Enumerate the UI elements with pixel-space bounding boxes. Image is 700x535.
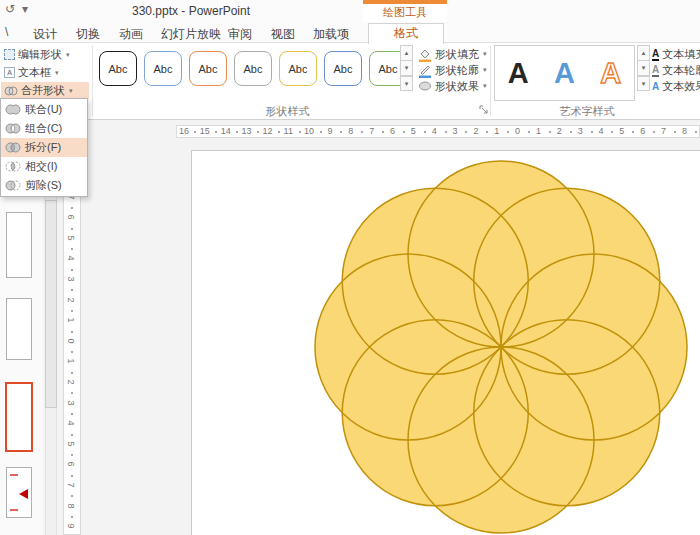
ruler-tick	[445, 131, 447, 133]
slide-thumbnail-1[interactable]	[6, 212, 32, 278]
wordart-sample-orange_outline[interactable]: A	[600, 59, 621, 88]
tab-6[interactable]: 加载项	[313, 26, 349, 43]
shape-scroll-down-icon[interactable]: ▾	[400, 60, 413, 76]
ruler-number: 2	[66, 297, 76, 302]
ruler-tick	[71, 248, 73, 250]
ruler-number: 8	[348, 126, 353, 136]
red-text-mark	[10, 474, 18, 476]
ruler-number: 3	[66, 400, 76, 405]
ruler-tick	[71, 351, 73, 353]
ruler-number: 1	[536, 126, 541, 136]
shape-style-swatch-1[interactable]: Abc	[144, 51, 182, 86]
tab-2[interactable]: 动画	[119, 26, 143, 43]
chevron-down-icon: ▾	[69, 87, 73, 95]
shape-style-swatch-3[interactable]: Abc	[234, 51, 272, 86]
ruler-tick	[340, 131, 342, 133]
ruler-number: 5	[619, 126, 624, 136]
shape-gallery-scrollbar: ▴▾▾	[400, 46, 413, 91]
ruler-tick	[320, 131, 322, 133]
ruler-tick	[236, 131, 238, 133]
wordart-gallery-scrollbar: ▴▾▾	[637, 46, 650, 91]
partial-tab-glyph: \	[5, 25, 8, 39]
menu-item-union[interactable]: 联合(U)	[1, 100, 87, 119]
button-edit-shape[interactable]: 编辑形状▾	[1, 46, 89, 63]
button-shape-fill[interactable]: 形状填充▾	[418, 46, 496, 62]
shape-fill-icon	[418, 47, 432, 62]
thumbnail-panel-scrollbar-thumb[interactable]	[45, 200, 57, 408]
menu-item-combine[interactable]: 组合(C)	[1, 119, 87, 138]
label: 形状效果	[435, 79, 479, 94]
ruler-tick	[299, 131, 301, 133]
tab-format[interactable]: 格式	[368, 23, 444, 44]
ruler-tick	[71, 372, 73, 374]
ruler-tick	[71, 413, 73, 415]
ruler-number: 15	[200, 126, 210, 136]
shape-scroll-up-icon[interactable]: ▴	[400, 45, 413, 61]
shape-style-swatch-2[interactable]: Abc	[189, 51, 227, 86]
ruler-tick	[674, 131, 676, 133]
ruler-tick	[257, 131, 259, 133]
chevron-down-icon: ▾	[66, 51, 70, 59]
flower-shape-group[interactable]	[192, 151, 700, 535]
wordart-sample-blue[interactable]: A	[554, 59, 575, 88]
title-bar: ↺▾ 330.pptx - PowerPoint 绘图工具	[0, 0, 700, 22]
ruler-tick	[278, 131, 280, 133]
wordart-sample-black[interactable]: A	[508, 59, 529, 88]
ruler-tick	[528, 131, 530, 133]
ruler-tick	[465, 131, 467, 133]
button-text-box[interactable]: A文本框▾	[1, 64, 89, 81]
tab-0[interactable]: 设计	[33, 26, 57, 43]
ruler-tick	[382, 131, 384, 133]
tab-3[interactable]: 幻灯片放映	[161, 26, 221, 43]
shape-gallery-more-icon[interactable]: ▾	[400, 75, 413, 91]
menu-item-subtract[interactable]: 剪除(S)	[1, 176, 87, 195]
shape-effects-icon	[418, 80, 432, 92]
ruler-tick	[71, 454, 73, 456]
ruler-number: 6	[390, 126, 395, 136]
ruler-number: 5	[66, 235, 76, 240]
text-outline-icon: A	[652, 65, 659, 77]
menu-item-fragment[interactable]: 拆分(F)	[1, 138, 87, 157]
slide-thumbnail-4[interactable]	[6, 467, 32, 518]
group-label-shape-styles: 形状样式	[95, 104, 480, 119]
ruler-number: 6	[66, 215, 76, 220]
button-text-effects[interactable]: A文本效果	[652, 79, 700, 94]
ribbon: 编辑形状▾A文本框▾合并形状▾ AbcAbcAbcAbcAbcAbcAbc ▴▾…	[0, 42, 700, 120]
ruler-tick	[361, 131, 363, 133]
ruler-tick	[71, 331, 73, 333]
button-shape-effects[interactable]: 形状效果▾	[418, 78, 496, 94]
wordart-gallery: AAA	[494, 45, 635, 101]
tab-4[interactable]: 审阅	[228, 26, 252, 43]
ruler-tick	[632, 131, 634, 133]
label: 形状轮廓	[435, 63, 479, 78]
menu-item-label: 组合(C)	[25, 121, 62, 136]
button-shape-outline[interactable]: 形状轮廓▾	[418, 62, 496, 78]
button-merge-shapes[interactable]: 合并形状▾	[1, 82, 89, 99]
contextual-tab-group: 绘图工具	[363, 0, 447, 22]
chevron-down-icon: ▾	[483, 82, 487, 90]
tab-5[interactable]: 视图	[271, 26, 295, 43]
tab-1[interactable]: 切换	[76, 26, 100, 43]
wordart-scroll-down-icon[interactable]: ▾	[637, 60, 650, 76]
slide-canvas[interactable]	[191, 150, 700, 535]
ruler-tick	[403, 131, 405, 133]
slide-thumbnail-3-selected[interactable]	[5, 382, 33, 452]
button-text-fill[interactable]: A文本填充	[652, 47, 700, 62]
slide-thumbnail-2[interactable]	[6, 298, 32, 360]
wordart-scroll-up-icon[interactable]: ▴	[637, 45, 650, 61]
label: 文本填充	[662, 47, 700, 62]
window-title: 330.pptx - PowerPoint	[0, 4, 382, 18]
button-text-outline[interactable]: A文本轮廓	[652, 63, 700, 78]
shape-style-swatch-0[interactable]: Abc	[99, 51, 137, 86]
label: 文本效果	[662, 79, 700, 94]
ruler-number: 2	[473, 126, 478, 136]
menu-item-label: 相交(I)	[25, 159, 57, 174]
union-icon	[5, 103, 21, 116]
ruler-tick	[71, 434, 73, 436]
ruler-number: 4	[66, 421, 76, 426]
shape-style-swatch-4[interactable]: Abc	[279, 51, 317, 86]
wordart-gallery-more-icon[interactable]: ▾	[637, 75, 650, 91]
shape-style-swatch-5[interactable]: Abc	[324, 51, 362, 86]
menu-item-intersect[interactable]: 相交(I)	[1, 157, 87, 176]
edit-shape-icon	[4, 49, 15, 60]
